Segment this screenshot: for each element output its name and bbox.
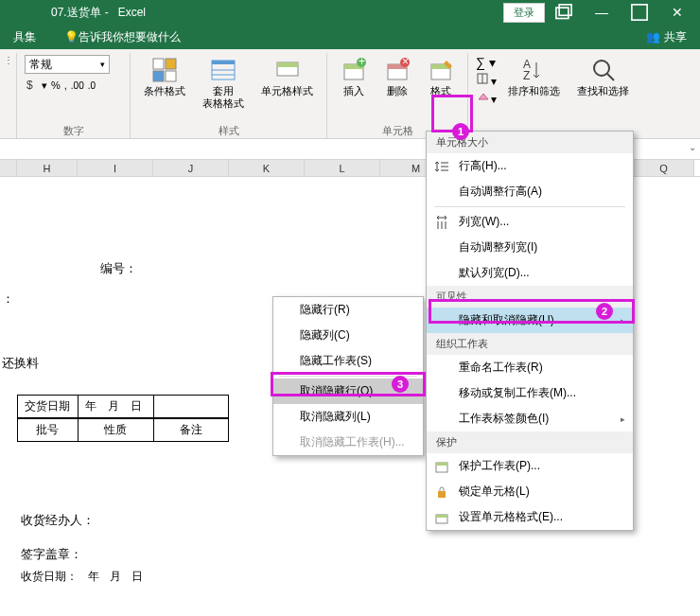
align-icon[interactable]: ⋮ <box>4 55 13 65</box>
autosum-button[interactable]: ∑ ▾ <box>476 55 497 70</box>
menu-unhide-sheet: 取消隐藏工作表(H)... <box>273 430 423 455</box>
format-icon <box>428 57 454 83</box>
decrease-decimal-button[interactable]: .0 <box>88 78 96 93</box>
share-icon: 👥 <box>646 30 660 44</box>
svg-rect-2 <box>632 5 647 20</box>
percent-button[interactable]: % <box>51 78 61 93</box>
table-icon <box>210 57 236 83</box>
svg-rect-4 <box>153 59 164 69</box>
svg-point-27 <box>594 61 609 76</box>
format-dropdown-menu: 单元格大小 行高(H)... 自动调整行高(A) 列宽(W)... 自动调整列宽… <box>426 131 634 531</box>
chevron-right-icon: ▸ <box>621 414 625 424</box>
group-number: 常规 ▾ $▾ % , .00 .0 数字 <box>17 53 131 140</box>
col-h[interactable]: H <box>17 160 78 176</box>
svg-rect-13 <box>277 62 298 67</box>
menu-cell-format[interactable]: 设置单元格格式(E)... <box>427 504 633 530</box>
group-editing: ∑ ▾ ▾ ▾ AZ 排序和筛选 查找和选择 <box>468 53 642 140</box>
svg-text:$: $ <box>26 79 33 92</box>
cell-huankao: 还换料 <box>2 355 39 372</box>
cell-jhdate: 交货日期 <box>17 395 78 418</box>
menu-lock-cells[interactable]: 锁定单元格(L) <box>427 479 633 504</box>
delete-icon: × <box>384 57 411 83</box>
menu-hide-cols[interactable]: 隐藏列(C) <box>273 323 423 348</box>
menu-rename-sheet[interactable]: 重命名工作表(R) <box>427 355 633 380</box>
col-j[interactable]: J <box>153 160 229 176</box>
conditional-format-icon <box>151 57 178 83</box>
menu-move-copy-sheet[interactable]: 移动或复制工作表(M)... <box>427 380 633 406</box>
cell-bianhao: 编号： <box>100 260 137 277</box>
share-button[interactable]: 👥 共享 <box>646 29 687 45</box>
currency-button[interactable]: $▾ <box>25 78 47 93</box>
insert-icon: + <box>341 57 367 83</box>
sort-icon: AZ <box>521 57 548 83</box>
doc-title: 07.送货单 <box>51 5 101 21</box>
cell-sh-date: 收货日期： 年 月 日 <box>21 569 143 585</box>
protect-icon <box>434 459 449 474</box>
cell-remark: 备注 <box>153 418 229 442</box>
svg-text:×: × <box>402 57 409 68</box>
login-button[interactable]: 登录 <box>503 3 545 23</box>
minimize-icon[interactable]: — <box>583 0 621 25</box>
cell-colon: ： <box>2 290 14 308</box>
badge-2: 2 <box>596 303 613 320</box>
menu-hide-sheet[interactable]: 隐藏工作表(S) <box>273 348 423 374</box>
lock-icon <box>434 484 449 500</box>
ribbon-tabs: 具集 💡 告诉我你想要做什么 👥 共享 <box>0 25 700 49</box>
cell-batch: 批号 <box>17 418 78 442</box>
increase-decimal-button[interactable]: .00 <box>71 78 84 93</box>
lightbulb-icon: 💡 <box>64 30 79 44</box>
row-height-icon <box>434 159 449 174</box>
titlebar: 07.送货单 - Excel 登录 — ✕ <box>0 0 700 25</box>
table-format-button[interactable]: 套用 表格格式 <box>197 55 250 112</box>
col-width-icon <box>434 215 449 230</box>
insert-button[interactable]: + 插入 <box>335 55 373 99</box>
conditional-format-button[interactable]: 条件格式 <box>138 55 191 99</box>
delete-button[interactable]: × 删除 <box>378 55 416 99</box>
menu-auto-col-width[interactable]: 自动调整列宽(I) <box>427 235 633 260</box>
cell-style-button[interactable]: 单元格样式 <box>255 55 319 99</box>
col-l[interactable]: L <box>305 160 380 176</box>
menu-section-organize: 组织工作表 <box>427 333 633 355</box>
chevron-down-icon: ▾ <box>100 60 105 69</box>
svg-rect-0 <box>556 8 569 18</box>
group-styles: 条件格式 套用 表格格式 单元格样式 样式 <box>131 53 327 140</box>
col-q[interactable]: Q <box>634 160 694 176</box>
svg-rect-30 <box>436 463 447 466</box>
tab-toolset[interactable]: 具集 <box>4 26 45 49</box>
col-i[interactable]: I <box>78 160 153 176</box>
format-button[interactable]: 格式 <box>422 55 460 99</box>
fill-button[interactable]: ▾ <box>476 72 497 88</box>
svg-rect-7 <box>166 71 176 81</box>
svg-rect-8 <box>212 61 235 64</box>
comma-button[interactable]: , <box>64 78 67 93</box>
clear-button[interactable]: ▾ <box>476 90 497 106</box>
formula-expand-icon[interactable]: ⌄ <box>689 142 696 152</box>
format-cells-icon <box>434 510 449 525</box>
menu-col-width[interactable]: 列宽(W)... <box>427 209 633 235</box>
menu-auto-row-height[interactable]: 自动调整行高(A) <box>427 179 633 204</box>
maximize-icon[interactable] <box>621 0 658 25</box>
menu-default-col-width[interactable]: 默认列宽(D)... <box>427 260 633 286</box>
cell-sh-seal: 签字盖章： <box>21 546 82 563</box>
menu-unhide-cols[interactable]: 取消隐藏列(L) <box>273 404 423 430</box>
svg-rect-33 <box>436 515 447 518</box>
svg-rect-1 <box>559 5 571 15</box>
window-restore-icon[interactable] <box>545 0 583 25</box>
col-k[interactable]: K <box>229 160 305 176</box>
svg-rect-6 <box>153 71 164 81</box>
svg-rect-5 <box>166 59 176 69</box>
tell-me[interactable]: 💡 告诉我你想要做什么 <box>64 29 181 45</box>
find-select-button[interactable]: 查找和选择 <box>571 55 635 99</box>
menu-protect-sheet[interactable]: 保护工作表(P)... <box>427 453 633 479</box>
menu-row-height[interactable]: 行高(H)... <box>427 153 633 179</box>
close-icon[interactable]: ✕ <box>658 0 696 25</box>
menu-section-protect: 保护 <box>427 431 633 453</box>
menu-tab-color[interactable]: 工作表标签颜色(I)▸ <box>427 406 633 431</box>
number-format-dropdown[interactable]: 常规 ▾ <box>25 55 110 74</box>
sort-filter-button[interactable]: AZ 排序和筛选 <box>502 55 566 99</box>
svg-line-28 <box>607 74 614 80</box>
menu-hide-rows[interactable]: 隐藏行(R) <box>273 297 423 323</box>
cell-nature: 性质 <box>78 418 153 442</box>
app-name: Excel <box>118 6 146 19</box>
group-cells: + 插入 × 删除 格式 单元格 <box>327 53 468 140</box>
